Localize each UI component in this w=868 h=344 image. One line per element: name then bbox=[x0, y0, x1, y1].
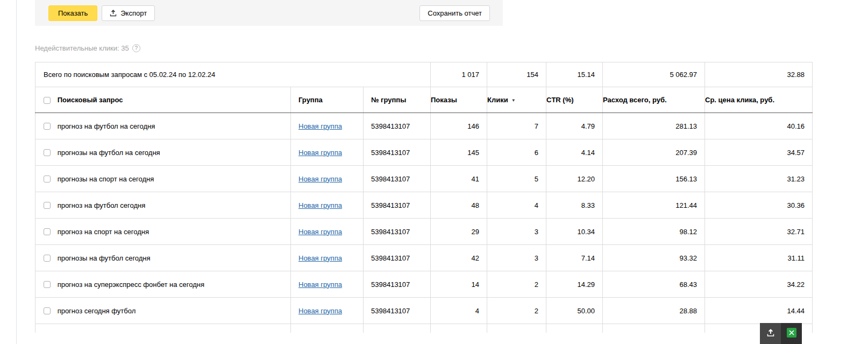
invalid-clicks-note: Недействительные клики: 35 ? bbox=[35, 44, 140, 52]
query-text: прогноз на футбол сегодня bbox=[58, 201, 146, 209]
avg-cpc-header[interactable]: Ср. цена клика, руб. bbox=[705, 87, 813, 113]
cost-value: 281.13 bbox=[603, 113, 705, 139]
summary-row: Всего по поисковым запросам с 05.02.24 п… bbox=[35, 62, 813, 87]
ctr-value: 7.14 bbox=[546, 245, 603, 271]
ctr-value: 14.29 bbox=[546, 271, 603, 298]
group-link[interactable]: Новая группа bbox=[298, 175, 342, 183]
row-checkbox[interactable] bbox=[44, 202, 51, 209]
row-checkbox[interactable] bbox=[44, 281, 51, 288]
row-checkbox[interactable] bbox=[44, 228, 51, 235]
group-id: 5398413107 bbox=[364, 298, 431, 324]
table-row-partial bbox=[35, 324, 813, 333]
ctr-value: 8.33 bbox=[546, 192, 603, 219]
row-checkbox[interactable] bbox=[44, 123, 51, 130]
export-button[interactable]: Экспорт bbox=[102, 5, 155, 21]
report-table: Всего по поисковым запросам с 05.02.24 п… bbox=[35, 62, 813, 333]
ctr-header[interactable]: CTR (%) bbox=[546, 87, 603, 113]
impressions-value: 146 bbox=[431, 113, 487, 139]
query-text: прогноз на спорт на сегодня bbox=[58, 228, 149, 236]
query-text: прогнозы на спорт на сегодня bbox=[58, 175, 154, 183]
query-text: прогноз сегодня футбол bbox=[58, 307, 136, 315]
cost-value: 28.88 bbox=[603, 298, 705, 324]
clicks-value: 3 bbox=[487, 219, 546, 245]
query-text: прогнозы на футбол сегодня bbox=[58, 254, 151, 262]
impressions-value: 14 bbox=[431, 271, 487, 298]
report-toolbar: Показать Экспорт Сохранить отчет bbox=[35, 0, 503, 26]
invalid-clicks-label: Недействительные клики: 35 bbox=[35, 44, 129, 52]
group-link[interactable]: Новая группа bbox=[298, 122, 342, 130]
cost-value: 207.39 bbox=[603, 139, 705, 166]
clicks-header-label: Клики bbox=[487, 96, 508, 104]
clicks-value: 4 bbox=[487, 192, 546, 219]
group-id-header: № группы bbox=[364, 87, 431, 113]
avg-cpc-value: 31.23 bbox=[705, 166, 813, 192]
clicks-sort-header[interactable]: Клики▼ bbox=[487, 87, 546, 113]
clicks-value: 2 bbox=[487, 298, 546, 324]
group-header: Группа bbox=[291, 87, 364, 113]
group-link[interactable]: Новая группа bbox=[298, 228, 342, 236]
floating-upload-button[interactable] bbox=[760, 323, 781, 344]
table-row: прогноз сегодня футбол Новая группа 5398… bbox=[35, 298, 813, 324]
row-checkbox[interactable] bbox=[44, 175, 51, 182]
table-row: прогноз на футбол сегодня Новая группа 5… bbox=[35, 192, 813, 219]
group-id: 5398413107 bbox=[364, 271, 431, 298]
summary-cost: 5 062.97 bbox=[603, 62, 705, 87]
summary-impressions: 1 017 bbox=[431, 62, 487, 87]
excel-icon bbox=[787, 328, 796, 339]
table-row: прогнозы на спорт на сегодня Новая групп… bbox=[35, 166, 813, 192]
impressions-value: 41 bbox=[431, 166, 487, 192]
save-report-button[interactable]: Сохранить отчет bbox=[419, 5, 490, 21]
row-checkbox[interactable] bbox=[44, 149, 51, 156]
group-link[interactable]: Новая группа bbox=[298, 254, 342, 262]
cost-value: 98.12 bbox=[603, 219, 705, 245]
avg-cpc-value: 32.71 bbox=[705, 219, 813, 245]
row-checkbox[interactable] bbox=[44, 307, 51, 314]
export-icon bbox=[110, 9, 117, 17]
help-icon[interactable]: ? bbox=[132, 44, 140, 52]
clicks-value: 7 bbox=[487, 113, 546, 139]
table-row: прогнозы на футбол на сегодня Новая груп… bbox=[35, 139, 813, 166]
impressions-value: 48 bbox=[431, 192, 487, 219]
select-all-checkbox[interactable] bbox=[44, 97, 51, 104]
show-button[interactable]: Показать bbox=[48, 5, 97, 21]
group-link[interactable]: Новая группа bbox=[298, 280, 342, 289]
avg-cpc-value: 34.57 bbox=[705, 139, 813, 166]
cost-header[interactable]: Расход всего, руб. bbox=[603, 87, 705, 113]
impressions-value: 42 bbox=[431, 245, 487, 271]
header-row: Поисковый запрос Группа № группы Показы … bbox=[35, 87, 813, 113]
clicks-value: 3 bbox=[487, 245, 546, 271]
sort-desc-icon: ▼ bbox=[511, 98, 516, 103]
table-row: прогноз на спорт на сегодня Новая группа… bbox=[35, 219, 813, 245]
floating-export-widget bbox=[760, 323, 802, 344]
ctr-value: 10.34 bbox=[546, 219, 603, 245]
group-id: 5398413107 bbox=[364, 139, 431, 166]
clicks-value: 6 bbox=[487, 139, 546, 166]
group-id: 5398413107 bbox=[364, 219, 431, 245]
group-link[interactable]: Новая группа bbox=[298, 307, 342, 315]
group-link[interactable]: Новая группа bbox=[298, 201, 342, 209]
clicks-value: 5 bbox=[487, 166, 546, 192]
query-text: прогноз на футбол на сегодня bbox=[58, 122, 155, 130]
summary-clicks: 154 bbox=[487, 62, 546, 87]
impressions-header[interactable]: Показы bbox=[431, 87, 487, 113]
group-id: 5398413107 bbox=[364, 166, 431, 192]
query-header: Поисковый запрос bbox=[35, 87, 291, 113]
export-label: Экспорт bbox=[120, 9, 147, 17]
page: { "toolbar": { "show_label": "Показать",… bbox=[0, 0, 868, 344]
cost-value: 121.44 bbox=[603, 192, 705, 219]
group-id: 5398413107 bbox=[364, 113, 431, 139]
table-row: прогноз на суперэкспресс фонбет на сегод… bbox=[35, 271, 813, 298]
row-checkbox[interactable] bbox=[44, 255, 51, 262]
group-link[interactable]: Новая группа bbox=[298, 149, 342, 157]
ctr-value: 4.14 bbox=[546, 139, 603, 166]
query-header-label: Поисковый запрос bbox=[58, 96, 123, 104]
query-text: прогнозы на футбол на сегодня bbox=[58, 149, 160, 157]
group-id: 5398413107 bbox=[364, 192, 431, 219]
ctr-value: 12.20 bbox=[546, 166, 603, 192]
avg-cpc-value: 34.22 bbox=[705, 271, 813, 298]
floating-excel-button[interactable] bbox=[781, 323, 802, 344]
avg-cpc-value: 30.36 bbox=[705, 192, 813, 219]
cost-value: 93.32 bbox=[603, 245, 705, 271]
summary-avg-cpc: 32.88 bbox=[705, 62, 813, 87]
avg-cpc-value: 40.16 bbox=[705, 113, 813, 139]
